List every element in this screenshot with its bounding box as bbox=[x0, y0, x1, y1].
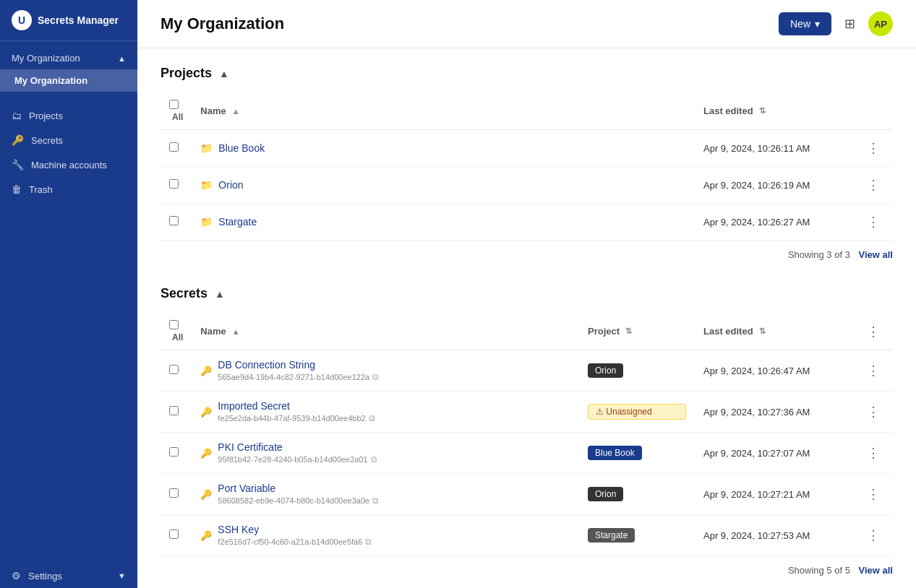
sidebar-item-projects[interactable]: 🗂 Projects bbox=[0, 103, 137, 128]
secret-row-name: 🔑 PKI Certificate 95f81b42-7e28-4240-b05… bbox=[192, 433, 579, 474]
project-badge: ⚠ Unassigned bbox=[588, 404, 686, 420]
secret-row-name: 🔑 SSH Key f2e516d7-cf50-4c60-a21a-b14d00… bbox=[192, 515, 579, 556]
secret-row-project: Stargate bbox=[579, 515, 695, 556]
app-logo[interactable]: U Secrets Manager bbox=[0, 0, 137, 41]
secret-name-link[interactable]: SSH Key bbox=[218, 524, 259, 535]
secret-name-link[interactable]: Imported Secret bbox=[218, 400, 290, 412]
secrets-col-edited[interactable]: Last edited ⇅ bbox=[695, 313, 854, 350]
project-badge: Blue Book bbox=[588, 446, 642, 460]
app-name: Secrets Manager bbox=[38, 14, 119, 26]
secret-name-link[interactable]: PKI Certificate bbox=[218, 441, 282, 453]
project-row-check[interactable] bbox=[160, 167, 192, 204]
secrets-project-sort-icon: ⇅ bbox=[625, 327, 632, 336]
projects-col-name[interactable]: Name ▲ bbox=[192, 92, 695, 130]
project-more-button[interactable]: ⋮ bbox=[863, 212, 884, 231]
table-row: 📁 Orion Apr 9, 2024, 10:26:19 AM ⋮ bbox=[160, 167, 893, 204]
secret-row-project: Blue Book bbox=[579, 433, 695, 474]
sidebar: U Secrets Manager My Organization ▲ My O… bbox=[0, 0, 137, 588]
project-badge: Orion bbox=[588, 487, 623, 501]
secrets-collapse-button[interactable]: ▲ bbox=[215, 288, 225, 300]
secrets-showing-count: Showing 5 of 5 bbox=[788, 565, 850, 576]
secret-row-edited: Apr 9, 2024, 10:27:21 AM bbox=[695, 474, 854, 515]
copy-icon[interactable]: ⧉ bbox=[372, 496, 379, 506]
secret-more-button[interactable]: ⋮ bbox=[863, 402, 884, 421]
projects-all-label: All bbox=[172, 112, 183, 122]
grid-view-button[interactable]: ⊞ bbox=[840, 12, 860, 36]
table-row: 🔑 PKI Certificate 95f81b42-7e28-4240-b05… bbox=[160, 433, 893, 474]
projects-col-edited[interactable]: Last edited ⇅ bbox=[695, 92, 854, 130]
secret-row-check[interactable] bbox=[160, 350, 192, 392]
secret-uuid: 58608582-eb9e-4074-b80c-b14d00ee3a0e ⧉ bbox=[218, 496, 379, 506]
settings-chevron-icon: ▼ bbox=[118, 571, 126, 580]
projects-collapse-button[interactable]: ▲ bbox=[219, 68, 229, 79]
secrets-col-name[interactable]: Name ▲ bbox=[192, 313, 579, 350]
sidebar-item-trash[interactable]: 🗑 Trash bbox=[0, 177, 137, 202]
secret-checkbox[interactable] bbox=[169, 529, 179, 539]
sidebar-item-my-organization[interactable]: My Organization bbox=[0, 69, 137, 92]
secret-row-actions: ⋮ bbox=[854, 515, 893, 556]
secrets-all-label: All bbox=[172, 332, 183, 342]
sidebar-nav: 🗂 Projects 🔑 Secrets 🔧 Machine accounts … bbox=[0, 98, 137, 207]
sidebar-label-settings: Settings bbox=[28, 571, 62, 581]
projects-section: Projects ▲ All Name ▲ bbox=[160, 66, 893, 263]
secret-row-check[interactable] bbox=[160, 474, 192, 515]
secrets-name-sort-icon: ▲ bbox=[232, 327, 240, 336]
secret-row-project: Orion bbox=[579, 350, 695, 392]
project-row-name: 📁 Blue Book bbox=[192, 130, 695, 167]
secret-more-button[interactable]: ⋮ bbox=[863, 485, 884, 503]
project-checkbox[interactable] bbox=[169, 179, 179, 189]
secret-name-link[interactable]: DB Connection String bbox=[218, 359, 315, 371]
copy-icon[interactable]: ⧉ bbox=[371, 454, 377, 464]
project-more-button[interactable]: ⋮ bbox=[863, 139, 884, 157]
content-area: Projects ▲ All Name ▲ bbox=[137, 48, 916, 588]
sidebar-item-machine-accounts[interactable]: 🔧 Machine accounts bbox=[0, 152, 137, 177]
secret-more-button[interactable]: ⋮ bbox=[863, 444, 884, 462]
folder-icon: 📁 bbox=[200, 179, 213, 191]
secrets-col-project[interactable]: Project ⇅ bbox=[579, 313, 695, 350]
project-name-link[interactable]: Orion bbox=[218, 179, 243, 191]
avatar[interactable]: AP bbox=[868, 12, 893, 36]
project-name-link[interactable]: Stargate bbox=[218, 216, 257, 228]
projects-view-all-link[interactable]: View all bbox=[859, 249, 893, 260]
project-row-actions: ⋮ bbox=[854, 167, 893, 204]
project-row-check[interactable] bbox=[160, 130, 192, 167]
copy-icon[interactable]: ⧉ bbox=[365, 537, 372, 547]
secrets-view-all-link[interactable]: View all bbox=[859, 565, 893, 576]
page-title: My Organization bbox=[160, 14, 284, 33]
secret-row-check[interactable] bbox=[160, 433, 192, 474]
secret-row-actions: ⋮ bbox=[854, 350, 893, 392]
new-button[interactable]: New ▾ bbox=[779, 12, 831, 35]
project-checkbox[interactable] bbox=[169, 216, 179, 225]
projects-select-all[interactable] bbox=[169, 100, 179, 109]
copy-icon[interactable]: ⧉ bbox=[369, 413, 375, 423]
sidebar-label-machine-accounts: Machine accounts bbox=[31, 160, 107, 170]
secret-more-button[interactable]: ⋮ bbox=[863, 526, 884, 545]
sidebar-item-secrets[interactable]: 🔑 Secrets bbox=[0, 128, 137, 152]
secret-row-project: ⚠ Unassigned bbox=[579, 392, 695, 433]
secret-checkbox[interactable] bbox=[169, 406, 179, 415]
secret-checkbox[interactable] bbox=[169, 488, 179, 498]
project-row-name: 📁 Orion bbox=[192, 167, 695, 204]
secret-checkbox[interactable] bbox=[169, 365, 179, 374]
project-badge: Stargate bbox=[588, 528, 635, 542]
secret-more-button[interactable]: ⋮ bbox=[863, 361, 884, 380]
sidebar-org-group[interactable]: My Organization ▲ bbox=[0, 47, 137, 69]
project-more-button[interactable]: ⋮ bbox=[863, 176, 884, 194]
sidebar-label-projects: Projects bbox=[29, 111, 63, 121]
project-checkbox[interactable] bbox=[169, 142, 179, 152]
secrets-select-all[interactable] bbox=[169, 320, 179, 329]
project-row-check[interactable] bbox=[160, 204, 192, 241]
project-row-actions: ⋮ bbox=[854, 130, 893, 167]
secret-row-check[interactable] bbox=[160, 392, 192, 433]
sidebar-item-settings[interactable]: ⚙ Settings ▼ bbox=[0, 563, 137, 588]
secret-row-check[interactable] bbox=[160, 515, 192, 556]
secret-uuid: fe25e2da-b44b-47af-9539-b14d00ee4bb2 ⧉ bbox=[218, 413, 374, 423]
copy-icon[interactable]: ⧉ bbox=[372, 372, 379, 382]
secret-name-link[interactable]: Port Variable bbox=[218, 483, 275, 494]
secrets-header-more-button[interactable]: ⋮ bbox=[863, 322, 884, 341]
project-name-link[interactable]: Blue Book bbox=[218, 142, 265, 154]
secret-uuid: f2e516d7-cf50-4c60-a21a-b14d00ee5fa6 ⧉ bbox=[218, 537, 372, 547]
secrets-section-header: Secrets ▲ bbox=[160, 286, 893, 301]
project-row-edited: Apr 9, 2024, 10:26:27 AM bbox=[695, 204, 854, 241]
secret-checkbox[interactable] bbox=[169, 447, 179, 457]
